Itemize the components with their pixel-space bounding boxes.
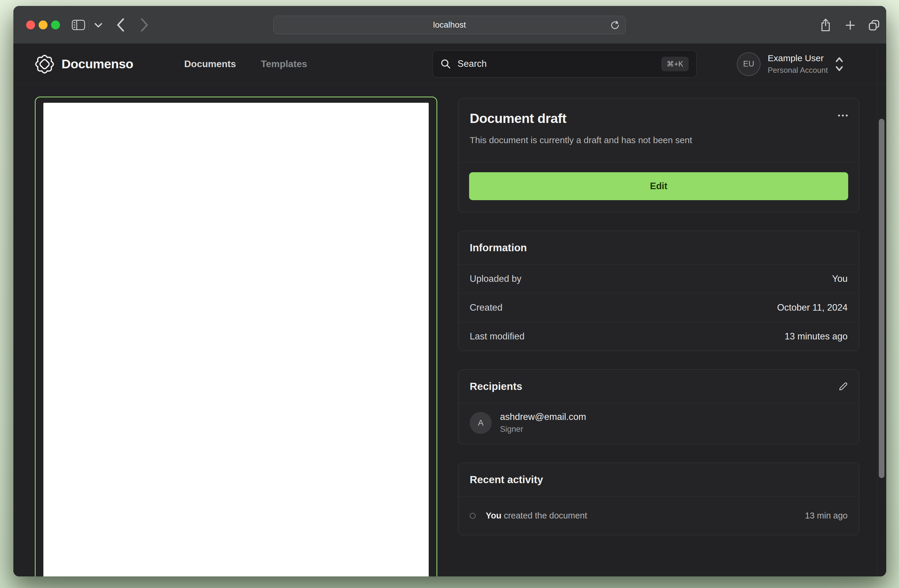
address-bar[interactable]: localhost xyxy=(273,16,626,34)
recipient-row: A ashdrew@email.com Signer xyxy=(459,403,859,444)
user-info: Example User Personal Account xyxy=(768,53,828,75)
user-menu[interactable]: EU Example User Personal Account xyxy=(737,44,844,84)
refresh-icon[interactable] xyxy=(610,20,620,30)
avatar: EU xyxy=(737,52,760,76)
user-name: Example User xyxy=(768,53,828,63)
right-column: Document draft This document is currentl… xyxy=(458,98,859,535)
chevron-up-down-icon xyxy=(835,56,844,73)
tab-overview-icon[interactable] xyxy=(868,19,880,31)
nav-documents[interactable]: Documents xyxy=(184,44,236,84)
app-header: Documenso Documents Templates Search ⌘+K xyxy=(13,44,886,84)
search-input[interactable]: Search ⌘+K xyxy=(432,50,697,77)
document-page xyxy=(43,103,429,576)
brand-name: Documenso xyxy=(62,57,133,71)
activity-text: You created the document xyxy=(486,511,795,520)
info-value: You xyxy=(832,273,848,284)
info-row-uploaded-by: Uploaded by You xyxy=(459,265,859,293)
search-placeholder: Search xyxy=(457,59,655,69)
draft-title: Document draft xyxy=(470,111,848,126)
recipients-card: Recipients A ashdrew@email.com Signer xyxy=(458,369,859,444)
back-icon[interactable] xyxy=(117,19,125,31)
recipient-role: Signer xyxy=(500,424,586,434)
zoom-button[interactable] xyxy=(51,20,60,29)
forward-icon[interactable] xyxy=(141,19,148,31)
recipient-email: ashdrew@email.com xyxy=(500,412,586,422)
app-page: Documenso Documents Templates Search ⌘+K xyxy=(13,44,886,576)
edit-recipients-icon[interactable] xyxy=(837,381,848,391)
info-value: 13 minutes ago xyxy=(785,331,848,342)
browser-window: localhost xyxy=(13,6,886,576)
draft-card-actions: Edit xyxy=(459,163,859,212)
information-title: Information xyxy=(470,242,527,254)
info-label: Created xyxy=(470,302,502,313)
activity-bullet-icon xyxy=(470,513,476,519)
scrollbar-thumb[interactable] xyxy=(879,119,884,478)
search-icon xyxy=(440,59,451,69)
share-icon[interactable] xyxy=(820,19,831,31)
documenso-logo-icon xyxy=(33,52,56,76)
nav-templates[interactable]: Templates xyxy=(261,44,307,84)
activity-card-header: Recent activity xyxy=(459,463,859,496)
info-label: Uploaded by xyxy=(470,273,521,284)
recipients-card-header: Recipients xyxy=(459,370,859,403)
browser-toolbar: localhost xyxy=(13,6,886,44)
edit-button[interactable]: Edit xyxy=(469,172,848,200)
toolbar-divider xyxy=(88,20,89,30)
activity-action: created the document xyxy=(502,511,587,520)
more-options-icon[interactable] xyxy=(837,114,849,117)
recent-activity-card: Recent activity You created the document… xyxy=(458,463,859,535)
recipient-info: ashdrew@email.com Signer xyxy=(500,412,586,434)
brand[interactable]: Documenso xyxy=(33,44,133,84)
document-draft-card: Document draft This document is currentl… xyxy=(458,98,859,212)
activity-title: Recent activity xyxy=(470,474,543,486)
information-card-header: Information xyxy=(459,231,859,264)
document-viewer[interactable] xyxy=(35,97,437,576)
new-tab-icon[interactable] xyxy=(845,20,855,30)
chevron-down-icon[interactable] xyxy=(94,23,102,28)
info-row-last-modified: Last modified 13 minutes ago xyxy=(459,322,859,351)
activity-actor: You xyxy=(486,511,502,520)
information-card: Information Uploaded by You Created Octo… xyxy=(458,231,859,351)
recipient-avatar: A xyxy=(470,412,492,434)
desktop: localhost xyxy=(0,0,899,588)
draft-subtitle: This document is currently a draft and h… xyxy=(470,135,848,145)
info-value: October 11, 2024 xyxy=(777,302,848,313)
info-row-created: Created October 11, 2024 xyxy=(459,293,859,322)
minimize-button[interactable] xyxy=(39,20,48,29)
info-label: Last modified xyxy=(470,331,524,342)
close-button[interactable] xyxy=(26,20,35,29)
activity-row: You created the document 13 min ago xyxy=(459,497,859,535)
search-shortcut-badge: ⌘+K xyxy=(661,57,689,71)
sidebar-toggle-icon[interactable] xyxy=(72,20,85,30)
activity-time: 13 min ago xyxy=(805,511,848,520)
url-text: localhost xyxy=(433,20,466,30)
user-account-type: Personal Account xyxy=(768,66,828,75)
recipients-title: Recipients xyxy=(470,380,522,392)
draft-card-header: Document draft This document is currentl… xyxy=(459,98,859,162)
